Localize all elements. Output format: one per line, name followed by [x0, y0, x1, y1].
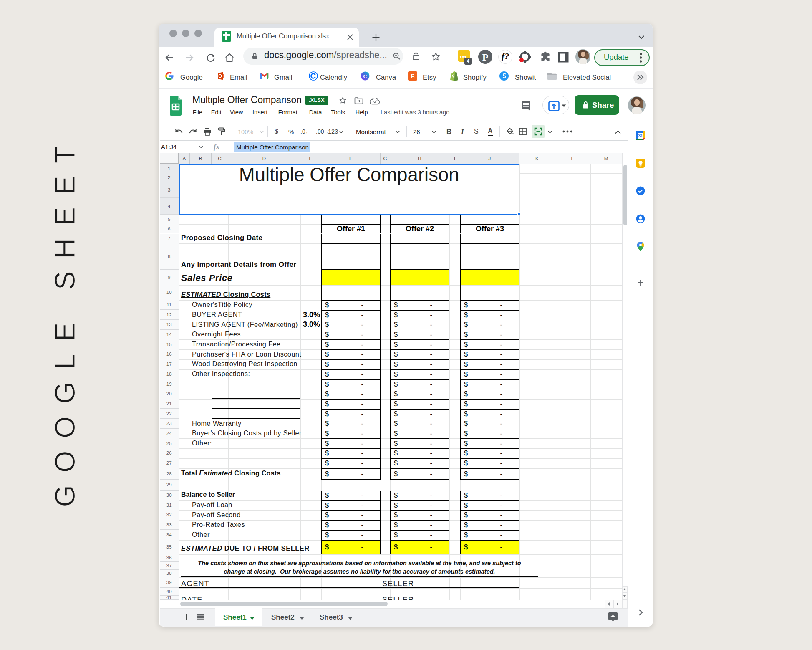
svg-text:31: 31 — [638, 134, 643, 138]
svg-text:E: E — [411, 73, 415, 80]
svg-text:C: C — [363, 73, 367, 79]
